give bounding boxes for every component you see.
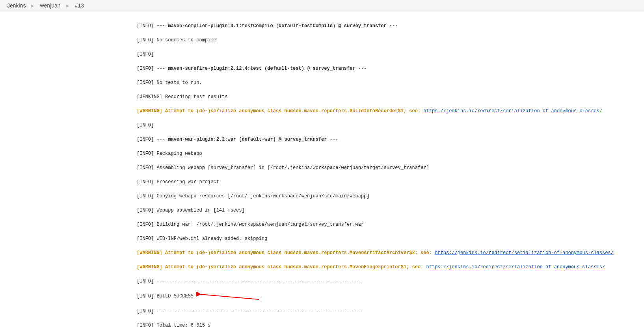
log-line: [INFO] Assembling webapp [survey_transfe… bbox=[137, 164, 644, 171]
warning-link[interactable]: https://jenkins.io/redirect/serializatio… bbox=[435, 250, 614, 256]
log-line: [INFO] --- maven-compiler-plugin:3.1:tes… bbox=[137, 22, 644, 30]
log-line: [INFO] Processing war project bbox=[137, 178, 644, 186]
log-line: [INFO] --- maven-war-plugin:2.2:war (def… bbox=[137, 136, 644, 143]
log-line-build-success: [INFO] BUILD SUCCESS bbox=[137, 292, 644, 301]
log-line: [INFO] Building war: /root/.jenkins/work… bbox=[137, 221, 644, 228]
chevron-right-icon: ▶ bbox=[66, 4, 69, 8]
log-line-warning: [WARNING] Attempt to (de-)serialize anon… bbox=[137, 108, 644, 115]
breadcrumb-project[interactable]: wenjuan bbox=[40, 2, 60, 9]
log-line: [INFO] ---------------------------------… bbox=[137, 278, 644, 285]
chevron-right-icon: ▶ bbox=[31, 4, 34, 8]
log-line: [INFO] bbox=[137, 122, 644, 129]
log-line: [INFO] Packaging webapp bbox=[137, 150, 644, 157]
svg-line-0 bbox=[200, 294, 259, 299]
log-line: [INFO] Webapp assembled in [141 msecs] bbox=[137, 207, 644, 214]
breadcrumb-jenkins[interactable]: Jenkins bbox=[7, 2, 26, 9]
log-line: [INFO] --- maven-surefire-plugin:2.12.4:… bbox=[137, 65, 644, 72]
log-line: [INFO] ---------------------------------… bbox=[137, 308, 644, 315]
annotation-arrow-icon bbox=[196, 292, 263, 301]
log-line: [JENKINS] Recording test results bbox=[137, 93, 644, 100]
breadcrumb: Jenkins ▶ wenjuan ▶ #13 bbox=[0, 0, 644, 11]
log-line: [INFO] WEB-INF/web.xml already added, sk… bbox=[137, 235, 644, 242]
log-line: [INFO] No sources to compile bbox=[137, 37, 644, 44]
log-line: [INFO] No tests to run. bbox=[137, 79, 644, 86]
log-line: [INFO] Total time: 6.615 s bbox=[137, 322, 644, 327]
warning-link[interactable]: https://jenkins.io/redirect/serializatio… bbox=[426, 264, 605, 270]
console-output: [INFO] --- maven-compiler-plugin:3.1:tes… bbox=[0, 11, 644, 327]
log-line: [INFO] Copying webapp resources [/root/.… bbox=[137, 193, 644, 200]
warning-link[interactable]: https://jenkins.io/redirect/serializatio… bbox=[423, 108, 602, 114]
log-line-warning: [WARNING] Attempt to (de-)serialize anon… bbox=[137, 264, 644, 271]
breadcrumb-build[interactable]: #13 bbox=[75, 2, 84, 9]
log-line: [INFO] bbox=[137, 51, 644, 58]
log-line-warning: [WARNING] Attempt to (de-)serialize anon… bbox=[137, 249, 644, 256]
